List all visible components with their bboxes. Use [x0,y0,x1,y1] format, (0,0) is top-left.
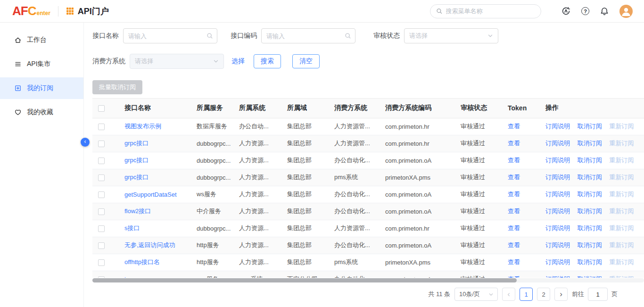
consumer-code-cell: com.primeton.oA [380,203,455,220]
token-view-link[interactable]: 查看 [508,157,520,164]
resubscribe-link[interactable]: 重新订阅 [609,191,634,198]
resubscribe-link[interactable]: 重新订阅 [609,157,634,164]
sidebar-item-my-subscriptions[interactable]: 我的订阅 [0,77,83,99]
subscribe-info-link[interactable]: 订阅说明 [545,224,570,232]
unsubscribe-link[interactable]: 取消订阅 [578,157,602,164]
resubscribe-link[interactable]: 重新订阅 [609,275,634,278]
interface-name-link[interactable]: s接口 [124,224,140,232]
resubscribe-link[interactable]: 重新订阅 [609,123,634,130]
row-checkbox[interactable] [98,141,105,147]
table-row: grpc接口 dubbogrpc... 人力资源... 集团总部 人力资源管..… [92,135,644,152]
ai-assistant-icon[interactable] [561,6,571,16]
consumer-system-select[interactable]: 请选择 [130,54,224,69]
page-button-2[interactable]: 2 [537,288,550,301]
subscribe-info-link[interactable]: 订阅说明 [545,140,570,147]
interface-name-link[interactable]: grpc接口 [124,174,149,181]
col-consumer-code: 消费方系统编码 [380,99,455,118]
interface-name-link[interactable]: 无参,返回访问成功 [124,241,175,249]
resubscribe-link[interactable]: 重新订阅 [609,258,634,266]
token-view-link[interactable]: 查看 [508,123,520,130]
unsubscribe-link[interactable]: 取消订阅 [578,140,602,147]
sidebar-item-workbench[interactable]: 工作台 [0,29,83,51]
row-checkbox[interactable] [98,276,105,278]
col-audit-status: 审核状态 [455,99,502,118]
subscribe-info-link[interactable]: 订阅说明 [545,275,570,278]
token-view-link[interactable]: 查看 [508,191,520,198]
interface-name-link[interactable]: 视图发布示例 [124,123,161,130]
resubscribe-link[interactable]: 重新订阅 [609,207,634,215]
row-checkbox[interactable] [98,259,105,266]
token-view-link[interactable]: 查看 [508,241,520,249]
sidebar-item-my-favorites[interactable]: 我的收藏 [0,101,83,123]
page-button-1[interactable]: 1 [520,288,533,301]
row-checkbox[interactable] [98,242,105,249]
resubscribe-link[interactable]: 重新订阅 [609,224,634,232]
table-header-row: 接口名称 所属服务 所属系统 所属域 消费方系统 消费方系统编码 审核状态 To… [92,99,644,118]
token-view-link[interactable]: 查看 [508,174,520,181]
global-search-input[interactable] [446,8,535,15]
clear-button[interactable]: 清空 [292,54,320,68]
unsubscribe-link[interactable]: 取消订阅 [578,275,602,278]
table-row: 视图发布示例 数据库服务 办公自动... 集团总部 人力资源管... com.p… [92,118,644,135]
next-page-button[interactable]: › [554,288,568,301]
interface-name-link[interactable]: flow2接口 [124,207,151,215]
help-icon[interactable]: ? [581,7,589,15]
unsubscribe-link[interactable]: 取消订阅 [578,224,602,232]
prev-page-button[interactable]: ‹ [502,288,515,301]
resubscribe-link[interactable]: 重新订阅 [609,174,634,181]
sidebar-collapse-toggle[interactable]: ‹ [81,138,90,147]
consumer-cell: 办公自动化... [329,186,380,203]
user-avatar[interactable] [619,5,633,18]
subscribe-info-link[interactable]: 订阅说明 [545,123,570,130]
horizontal-scrollbar-thumb[interactable] [92,278,517,282]
subscribe-info-link[interactable]: 订阅说明 [545,258,570,266]
audit-status-select[interactable]: 请选择 [404,28,498,43]
resubscribe-link[interactable]: 重新订阅 [609,241,634,249]
unsubscribe-link[interactable]: 取消订阅 [578,241,602,249]
unsubscribe-link[interactable]: 取消订阅 [578,258,602,266]
token-view-link[interactable]: 查看 [508,224,520,232]
page-size-select[interactable]: 10条/页 [454,288,498,301]
row-checkbox[interactable] [98,158,105,164]
token-view-link[interactable]: 查看 [508,207,520,215]
subscribe-info-link[interactable]: 订阅说明 [545,191,570,198]
token-view-link[interactable]: 查看 [508,275,520,278]
unsubscribe-link[interactable]: 取消订阅 [578,123,602,130]
consumer-system-select-link[interactable]: 选择 [231,57,245,66]
interface-name-link[interactable]: grpc接口 [124,140,149,147]
interface-name-link[interactable]: getSupportDataSet [124,191,177,198]
global-search[interactable] [430,4,541,18]
consumer-cell: 办公自动化... [329,203,380,220]
interface-name-link[interactable]: offhttp接口名 [124,258,160,266]
row-checkbox[interactable] [98,124,105,130]
subscribe-info-link[interactable]: 订阅说明 [545,207,570,215]
interface-name-input[interactable] [123,28,217,43]
service-cell: http服务 [191,254,233,271]
token-view-link[interactable]: 查看 [508,140,520,147]
unsubscribe-link[interactable]: 取消订阅 [578,207,602,215]
subscribe-info-link[interactable]: 订阅说明 [545,174,570,181]
unsubscribe-link[interactable]: 取消订阅 [578,174,602,181]
interface-name-link[interactable]: bean [124,276,138,278]
row-checkbox[interactable] [98,174,105,181]
token-view-link[interactable]: 查看 [508,258,520,266]
select-all-checkbox[interactable] [98,105,105,112]
batch-unsubscribe-button[interactable]: 批量取消订阅 [92,80,142,94]
subscribe-info-link[interactable]: 订阅说明 [545,157,570,164]
goto-page-input[interactable] [588,288,608,301]
search-button[interactable]: 搜索 [254,54,281,68]
portal-switcher[interactable]: API门户 [66,6,109,17]
interface-code-input[interactable] [261,28,355,43]
resubscribe-link[interactable]: 重新订阅 [609,140,634,147]
interface-name-link[interactable]: grpc接口 [124,157,149,164]
row-checkbox[interactable] [98,208,105,215]
header-divider [58,6,58,17]
subscribe-info-link[interactable]: 订阅说明 [545,241,570,249]
sidebar-item-api-market[interactable]: API集市 [0,53,83,75]
unsubscribe-link[interactable]: 取消订阅 [578,191,602,198]
row-checkbox[interactable] [98,225,105,232]
row-checkbox[interactable] [98,191,105,198]
logo[interactable]: AFCenter [12,4,50,18]
table-body: 视图发布示例 数据库服务 办公自动... 集团总部 人力资源管... com.p… [92,118,644,278]
notifications-bell-icon[interactable] [600,7,609,16]
